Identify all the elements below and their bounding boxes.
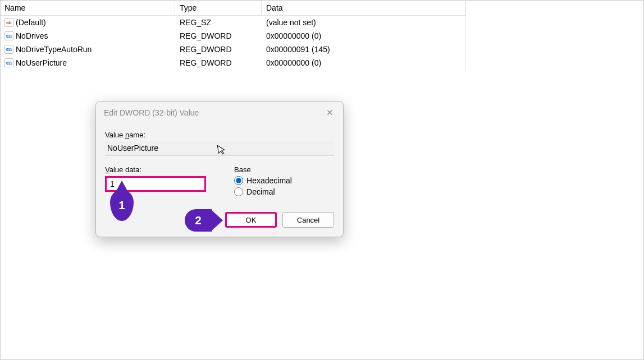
value-name-label: Value name: [105,131,334,139]
table-row[interactable]: 011NoDriveTypeAutoRunREG_DWORD0x00000091… [0,43,465,56]
table-row[interactable]: ab(Default)REG_SZ(value not set) [0,16,465,29]
dialog-title: Edit DWORD (32-bit) Value [104,108,199,117]
row-type: REG_DWORD [175,30,262,41]
radio-decimal[interactable]: Decimal [234,187,334,196]
table-row[interactable]: 011NoUserPictureREG_DWORD0x00000000 (0) [0,56,465,70]
row-name: NoUserPicture [16,58,67,67]
base-label: Base [234,165,334,174]
header-type[interactable]: Type [175,1,262,15]
row-name: NoDrives [16,31,48,40]
header-name[interactable]: Name [0,1,175,15]
row-data: 0x00000000 (0) [262,57,465,68]
radio-hexadecimal[interactable]: Hexadecimal [234,176,334,185]
value-data-label: Value data: [105,165,212,174]
dword-icon: 011 [4,31,13,40]
list-header: Name Type Data [0,0,465,16]
row-type: REG_SZ [175,17,262,28]
header-data[interactable]: Data [262,1,465,15]
value-data-input[interactable] [105,176,206,192]
cancel-button[interactable]: Cancel [282,212,334,228]
ok-button[interactable]: OK [225,212,277,228]
value-name-input[interactable] [105,141,334,155]
edit-dword-dialog: Edit DWORD (32-bit) Value ✕ Value name: … [95,101,344,237]
row-name: NoDriveTypeAutoRun [16,45,92,54]
dword-icon: 011 [4,45,13,54]
close-icon[interactable]: ✕ [324,107,335,118]
radio-hex-input[interactable] [234,176,243,185]
string-icon: ab [4,18,13,27]
row-name: (Default) [16,18,46,27]
row-data: (value not set) [262,17,465,28]
radio-dec-input[interactable] [234,187,243,196]
dword-icon: 011 [4,58,13,67]
row-type: REG_DWORD [175,57,262,68]
row-data: 0x00000091 (145) [262,44,465,55]
row-data: 0x00000000 (0) [262,30,465,41]
table-row[interactable]: 011NoDrivesREG_DWORD0x00000000 (0) [0,29,465,43]
row-type: REG_DWORD [175,44,262,55]
registry-value-list: Name Type Data ab(Default)REG_SZ(value n… [0,0,466,70]
